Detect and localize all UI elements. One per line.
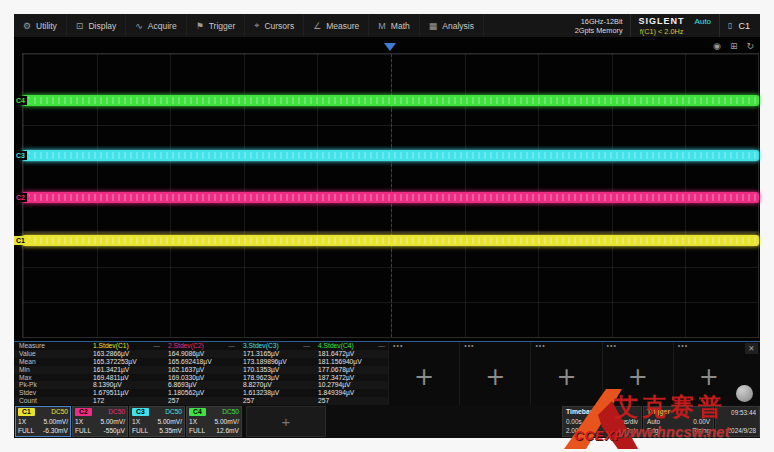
screenshot-frame: ⚙Utility⊡Display∿Acquire⚑Trigger⌖Cursors… — [0, 0, 774, 452]
measure-cell: 1.849394µV — [313, 389, 388, 397]
channel-coupling: DC50 — [108, 408, 125, 416]
channel-offset: -6.30mV — [43, 427, 68, 435]
trigger-mode: Auto — [647, 418, 660, 426]
measure-cell: 172 — [88, 397, 163, 405]
slot-menu-dots-icon: ••• — [464, 342, 474, 349]
measure-empty-slot[interactable]: •••+ — [388, 342, 459, 406]
measure-cell: 171.3165µV — [238, 350, 313, 358]
trigger-type: Edge — [647, 427, 662, 435]
measure-row-label: Stdev — [14, 389, 88, 397]
close-measure-panel-button[interactable]: ✕ — [745, 343, 758, 354]
measure-cell: 169.4811µV — [88, 374, 163, 382]
menu-item-math[interactable]: MMath — [369, 14, 419, 37]
slot-menu-dots-icon: ••• — [607, 342, 617, 349]
channel-box-row: 1X5.00mV/ — [18, 418, 68, 426]
history-icon[interactable]: ↻ — [746, 41, 754, 51]
measure-row-label: Pk-Pk — [14, 381, 88, 389]
menu-item-display[interactable]: ⊡Display — [67, 14, 126, 37]
measure-cell: 1.679511µV — [88, 389, 163, 397]
channel-name-chip: C4 — [189, 408, 206, 416]
active-channel-label: C1 — [738, 21, 750, 31]
device-icon: ▯ — [728, 21, 732, 30]
channel-marker-c3[interactable]: C3 — [14, 151, 31, 160]
flag-icon: ⚑ — [196, 21, 204, 31]
fit-screen-icon[interactable]: ⊞ — [730, 41, 738, 51]
channel-probe: 1X — [75, 418, 83, 426]
menu-item-measure[interactable]: ∠Measure — [304, 14, 369, 37]
channel-box-row: FULL-550µV — [75, 427, 125, 435]
timebase-title: Timebase — [566, 408, 638, 416]
measure-empty-slot[interactable]: •••+ — [459, 342, 530, 406]
measure-cell: 178.9623µV — [238, 374, 313, 382]
timebase-scale: 5.00µs/div — [609, 418, 638, 426]
trace-core — [22, 237, 759, 244]
channel-scale: 5.00mV/ — [100, 418, 125, 426]
measure-cell: 170.1353µV — [238, 366, 313, 374]
measure-cell: 187.3472µV — [313, 374, 388, 382]
measure-cell: 1.180562µV — [163, 389, 238, 397]
channel-box-c1[interactable]: C1DC501X5.00mV/FULL-6.30mV — [15, 406, 71, 437]
trigger-frequency-readout: f(C1) < 2.0Hz — [640, 27, 684, 36]
timebase-descriptor[interactable]: Timebase 0.00s 5.00µs/div 2.00Mpts 40.0G… — [562, 406, 642, 437]
menu-item-utility[interactable]: ⚙Utility — [14, 14, 67, 37]
channel-bandwidth: FULL — [18, 427, 34, 435]
channel-scale: 5.00mV/ — [157, 418, 182, 426]
channel-marker-arrow-icon — [27, 237, 31, 245]
waveform-display[interactable]: ◉⊞↻ C4C3C2C1 — [14, 38, 760, 341]
add-channel-button[interactable]: + — [246, 406, 326, 437]
menu-item-label: Acquire — [148, 21, 177, 31]
channel-box-c2[interactable]: C2DC501X5.00mV/FULL-550µV — [72, 406, 128, 437]
channel-box-c4[interactable]: C4DC501X5.00mV/FULL12.6mV — [186, 406, 242, 437]
active-channel-block[interactable]: ▯ C1 — [720, 14, 760, 37]
measure-cell: 177.0678µV — [313, 366, 388, 374]
add-measurement-icon: + — [485, 363, 505, 391]
trigger-descriptor[interactable]: Trigger Auto 0.00V Edge Rising — [643, 406, 714, 437]
trigger-position-marker[interactable] — [384, 43, 396, 51]
timebase-points: 2.00Mpts — [566, 427, 592, 435]
measure-header-text: 2.Stdev(C2) — [168, 342, 204, 350]
channel-marker-c2[interactable]: C2 — [14, 193, 31, 202]
measure-column-header[interactable]: 2.Stdev(C2)— — [163, 342, 238, 350]
channel-probe: 1X — [189, 418, 197, 426]
measure-empty-slot[interactable]: •••+ — [602, 342, 673, 406]
device-spec: 16GHz-12Bit 2Gpts Memory — [568, 14, 630, 37]
menu-item-label: Analysis — [442, 21, 474, 31]
sparkline-placeholder-icon: — — [378, 342, 385, 350]
camera-icon[interactable]: ◉ — [713, 41, 721, 51]
measure-cell: 165.692418µV — [163, 358, 238, 366]
measure-cell: 181.6472µV — [313, 350, 388, 358]
measure-row-label: Min — [14, 366, 88, 374]
measure-column-header[interactable]: 4.Stdev(C4)— — [313, 342, 388, 350]
channel-marker-c4[interactable]: C4 — [14, 96, 31, 105]
channel-name-chip: C3 — [132, 408, 149, 416]
measure-cell: 165.372253µV — [88, 358, 163, 366]
menu-item-cursors[interactable]: ⌖Cursors — [245, 14, 304, 37]
measure-empty-slot[interactable]: •••+ — [530, 342, 601, 406]
menu-item-analysis[interactable]: ▦Analysis — [420, 14, 484, 37]
measure-column-header[interactable]: 3.Stdev(C3)— — [238, 342, 313, 350]
acquisition-status-badge[interactable]: Auto — [693, 14, 720, 37]
measure-cell: 257 — [163, 397, 238, 405]
trace-c1 — [22, 235, 759, 246]
spec-bandwidth: 16GHz-12Bit — [575, 17, 623, 26]
channel-box-c3[interactable]: C3DC501X5.00mV/FULL5.35mV — [129, 406, 185, 437]
add-measurement-icon: + — [699, 363, 719, 391]
cursors-icon: ⌖ — [254, 20, 259, 31]
measure-row-label: Value — [14, 350, 88, 358]
measure-empty-slot[interactable]: •••+ — [673, 342, 744, 406]
menu-item-acquire[interactable]: ∿Acquire — [126, 14, 186, 37]
menu-item-trigger[interactable]: ⚑Trigger — [187, 14, 246, 37]
channel-name-chip: C1 — [18, 408, 35, 416]
menu-item-label: Cursors — [264, 21, 294, 31]
channel-probe: 1X — [18, 418, 26, 426]
menubar-right-cluster: 16GHz-12Bit 2Gpts Memory SIGLENT f(C1) <… — [568, 14, 760, 37]
brand-block[interactable]: SIGLENT f(C1) < 2.0Hz — [630, 14, 693, 37]
channel-marker-arrow-icon — [27, 194, 31, 202]
slot-menu-dots-icon: ••• — [678, 342, 688, 349]
channel-coupling: DC50 — [165, 408, 182, 416]
measure-cell: 173.189896µV — [238, 358, 313, 366]
channel-box-row: 1X5.00mV/ — [132, 418, 182, 426]
channel-marker-c1[interactable]: C1 — [14, 236, 31, 245]
measure-column-header[interactable]: 1.Stdev(C1)— — [88, 342, 163, 350]
trigger-slope: Rising — [692, 427, 710, 435]
